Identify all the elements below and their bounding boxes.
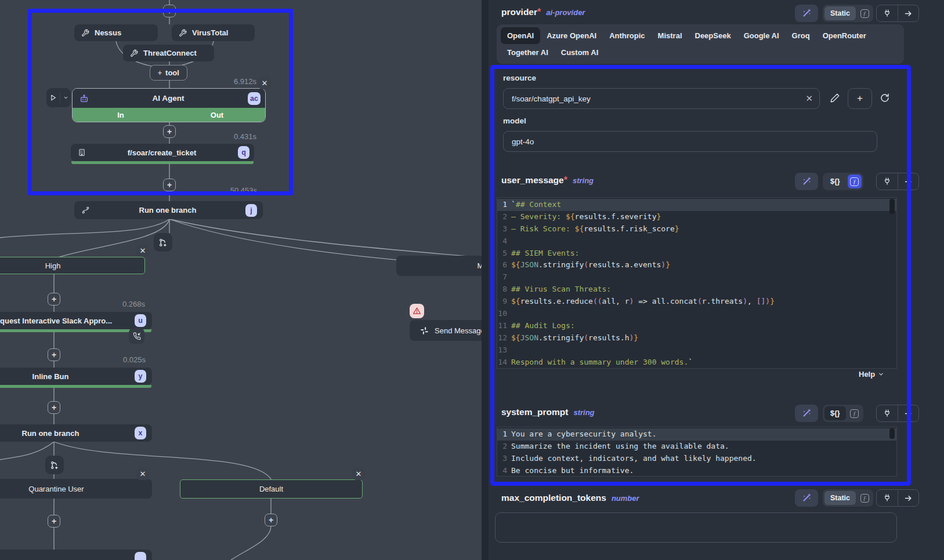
node-branch-high[interactable]: High [0, 257, 145, 274]
workflow-canvas[interactable]: + Nessus VirusTotal ThreatConnect + tool… [0, 0, 482, 560]
node-quarantine-user[interactable]: Quarantine User [0, 479, 152, 499]
node-create-ticket[interactable]: f/soar/create_ticket q [71, 144, 254, 161]
add-step-connector[interactable]: + [163, 5, 176, 17]
phone-incoming-icon[interactable] [129, 328, 144, 344]
node-run-one-branch-top[interactable]: Run one branch j [74, 201, 263, 219]
provider-tab-openai[interactable]: OpenAI [501, 27, 540, 44]
provider-tab-openrouter[interactable]: OpenRouter [816, 27, 873, 44]
provider-tab-anthropic[interactable]: Anthropic [603, 27, 651, 44]
code-line[interactable]: 1`## Context [497, 199, 896, 211]
code-line[interactable]: 8## Virus Scan Threats: [497, 283, 896, 296]
arrow-right-icon[interactable] [898, 173, 918, 190]
code-line[interactable]: 4 [497, 235, 896, 248]
chevron-down-icon[interactable] [60, 92, 71, 104]
expression-mode-option[interactable]: ${} [824, 406, 846, 420]
max-tokens-mode-toggle[interactable]: Static ƒ [823, 489, 873, 507]
provider-io-buttons[interactable] [876, 5, 919, 22]
code-line[interactable]: 2Summarize the incident using the availa… [497, 441, 896, 453]
code-line[interactable]: 4Be concise but informative. [497, 465, 896, 477]
agent-out-handle[interactable]: Out [169, 108, 265, 122]
add-branch-icon[interactable] [154, 233, 172, 252]
code-line[interactable]: 1You are a cybersecurity analyst. [497, 428, 896, 441]
add-step-connector[interactable]: + [48, 348, 60, 361]
node-slack-approval[interactable]: quest Interactive Slack Appro... u [0, 312, 152, 329]
node-ai-agent[interactable]: AI Agent ac In Out [72, 88, 266, 122]
code-line[interactable]: 7 [497, 271, 896, 283]
provider-tab-google-ai[interactable]: Google AI [737, 27, 786, 44]
provider-tab-custom-ai[interactable]: Custom AI [555, 44, 605, 61]
tool-connector-pill[interactable]: + tool [150, 65, 187, 81]
magic-wand-icon[interactable] [795, 489, 818, 507]
magic-wand-icon[interactable] [795, 173, 818, 190]
provider-tab-together-ai[interactable]: Together AI [501, 44, 555, 61]
node-run-one-branch-bottom[interactable]: Run one branch x [0, 424, 152, 442]
code-line[interactable]: 5## SIEM Events: [497, 248, 896, 260]
system-prompt-io-buttons[interactable] [876, 405, 919, 422]
code-line[interactable]: 14Respond with a summary under 300 words… [497, 357, 896, 369]
add-step-connector[interactable]: + [48, 293, 60, 306]
clear-icon[interactable]: ✕ [805, 93, 813, 104]
code-line[interactable]: 10 [497, 308, 896, 320]
user-message-editor[interactable]: 1`## Context2– Severity: ${results.f.sev… [497, 197, 897, 369]
editor-scrollbar[interactable] [889, 428, 895, 439]
magic-wand-icon[interactable] [795, 405, 818, 422]
provider-tab-deepseek[interactable]: DeepSeek [689, 27, 737, 44]
provider-tab-azure-openai[interactable]: Azure OpenAI [540, 27, 603, 44]
add-step-connector[interactable]: + [48, 515, 60, 528]
add-resource-button[interactable]: + [848, 88, 872, 109]
plug-icon[interactable] [877, 490, 898, 506]
system-prompt-editor[interactable]: 1You are a cybersecurity analyst.2Summar… [497, 427, 897, 477]
function-icon[interactable]: ƒ [848, 406, 862, 420]
add-step-connector[interactable]: + [163, 179, 176, 191]
node-nessus[interactable]: Nessus [74, 24, 158, 41]
max-tokens-input[interactable] [495, 512, 897, 543]
editor-scrollbar[interactable] [889, 199, 895, 214]
arrow-right-icon[interactable] [898, 405, 918, 421]
node-inline-bun[interactable]: Inline Bun y [0, 368, 152, 385]
expression-mode-option[interactable]: ${} [824, 174, 846, 188]
close-icon[interactable]: ✕ [352, 467, 365, 480]
plug-icon[interactable] [877, 173, 898, 190]
help-dropdown[interactable]: Help [859, 370, 884, 379]
model-input[interactable] [503, 131, 877, 152]
code-line[interactable]: 13 [497, 344, 896, 357]
static-mode-option[interactable]: Static [824, 6, 856, 20]
code-line[interactable]: 9${results.e.reduce((all, r) => all.conc… [497, 296, 896, 308]
play-icon[interactable] [46, 94, 60, 101]
refresh-icon[interactable] [880, 93, 890, 103]
close-icon[interactable]: ✕ [136, 467, 149, 480]
code-line[interactable]: 11## Audit Logs: [497, 320, 896, 332]
close-icon[interactable]: ✕ [258, 77, 271, 89]
resource-input[interactable] [503, 88, 820, 109]
arrow-right-icon[interactable] [898, 490, 918, 506]
code-line[interactable]: 2– Severity: ${results.f.severity} [497, 211, 896, 223]
max-tokens-io-buttons[interactable] [876, 489, 919, 507]
node-branch-default[interactable]: Default [180, 479, 363, 499]
add-branch-icon[interactable] [45, 456, 64, 474]
add-step-connector[interactable]: + [265, 514, 277, 526]
node-message-clipped[interactable]: M [396, 256, 482, 276]
user-message-io-buttons[interactable] [876, 173, 919, 190]
system-prompt-mode-toggle[interactable]: ${} ƒ [823, 405, 863, 422]
static-mode-option[interactable]: Static [824, 491, 856, 505]
close-icon[interactable]: ✕ [136, 244, 149, 257]
node-send-message[interactable]: Send Message [410, 320, 482, 341]
code-line[interactable]: 12${JSON.stringify(results.h)} [497, 332, 896, 344]
function-icon[interactable]: ƒ [848, 174, 862, 188]
add-step-connector[interactable]: + [163, 125, 176, 138]
node-virustotal[interactable]: VirusTotal [172, 24, 255, 41]
plug-icon[interactable] [877, 5, 898, 21]
agent-in-handle[interactable]: In [73, 108, 169, 122]
pencil-icon[interactable] [830, 93, 840, 103]
user-message-mode-toggle[interactable]: ${} ƒ [823, 173, 863, 190]
node-threatconnect[interactable]: ThreatConnect [123, 45, 214, 61]
plug-icon[interactable] [877, 405, 898, 421]
arrow-right-icon[interactable] [898, 5, 918, 21]
provider-tab-mistral[interactable]: Mistral [652, 27, 689, 44]
provider-tab-groq[interactable]: Groq [786, 27, 816, 44]
magic-wand-icon[interactable] [795, 5, 818, 22]
run-node-button-group[interactable] [46, 88, 71, 107]
code-line[interactable]: 6${JSON.stringify(results.a.events)} [497, 259, 896, 271]
function-icon[interactable]: ƒ [858, 491, 871, 505]
code-line[interactable]: 3Include context, indicators, and what l… [497, 453, 896, 465]
